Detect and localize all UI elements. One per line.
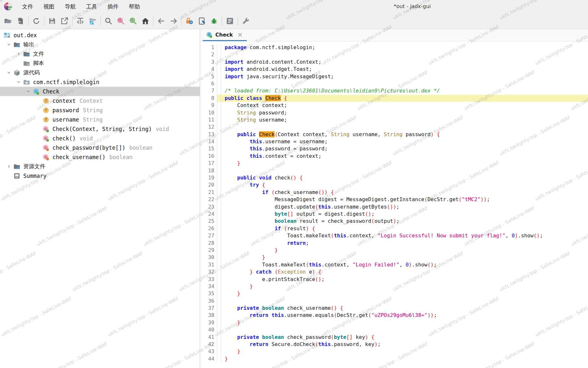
code-line-35[interactable]: 35 } [200,290,588,297]
code-line-23[interactable]: 23 digest.update(this.username.getBytes(… [200,203,588,211]
code-line-18[interactable]: 18 [200,167,588,174]
tree-item-check_password(byte[])[interactable]: mcheck_password(byte[])boolean [0,143,200,152]
log-viewer-button[interactable] [224,14,236,28]
tree-item-脚本[interactable]: 脚本 [0,59,200,68]
reload-button[interactable] [30,14,42,28]
code-line-26[interactable]: 26 if (result) { [200,225,588,232]
code-line-13[interactable]: 13 public Check(Context context, String … [200,131,588,138]
tree-item-com.nctf.simplelogin[interactable]: com.nctf.simplelogin [0,77,200,87]
code-line-7[interactable]: 7/* loaded from: C:\Users\23601\Document… [200,87,588,94]
menu-工具[interactable]: 工具 [81,0,102,13]
menu-导航[interactable]: 导航 [60,0,81,13]
preferences-button[interactable] [240,14,252,28]
code-line-39[interactable]: 39 } [200,319,588,326]
code-line-43[interactable]: 43 } [200,348,588,355]
code-line-21[interactable]: 21 if (check_username()) { [200,189,588,196]
chevron-right-icon[interactable] [14,51,23,56]
tab-check[interactable]: c Check [203,29,247,41]
tree-item-password[interactable]: fpasswordString [0,105,200,115]
field-icon: f [42,107,50,114]
line-number: 33 [200,276,217,283]
forward-button[interactable] [167,14,180,28]
tree-item-Summary[interactable]: Summary [0,171,200,180]
code-line-31[interactable]: 31 Toast.makeText(this.context, "Login F… [200,261,588,268]
text-search-button[interactable] [115,14,127,28]
back-button[interactable] [155,14,167,28]
chevron-right-icon[interactable] [5,164,13,169]
code-line-11[interactable]: 11 String username; [200,116,588,124]
code-line-38[interactable]: 38 return this.username.equals(DecStr.ge… [200,312,588,319]
line-number: 43 [200,348,217,355]
code-line-33[interactable]: 33 e.printStackTrace(); [200,276,588,283]
chevron-down-icon[interactable] [5,42,13,47]
code-line-20[interactable]: 20 try { [200,181,588,189]
code-line-15[interactable]: 15 this.password = password; [200,145,588,152]
tree-item-源代码[interactable]: 源代码 [0,68,200,77]
code-line-2[interactable]: 2 [200,51,588,58]
code-line-5[interactable]: 5import java.security.MessageDigest; [200,73,588,80]
tree-item-Check(Context, String, String)[interactable]: mCheck(Context, String, String)void [0,124,200,134]
code-line-41[interactable]: 41 private boolean check_password(byte[]… [200,334,588,341]
code-line-27[interactable]: 27 Toast.makeText(this.context, "Login S… [200,232,588,239]
code-line-34[interactable]: 34 } [200,283,588,290]
code-line-3[interactable]: 3import android.content.Context; [200,59,588,66]
code-line-10[interactable]: 10 String password; [200,109,588,116]
search-button[interactable] [102,14,115,28]
chevron-down-icon[interactable] [5,70,13,75]
code-line-1[interactable]: 1package com.nctf.simplelogin; [200,44,588,51]
tree-item-Check[interactable]: cCheck [0,87,200,96]
code-line-17[interactable]: 17 } [200,160,588,167]
menu-插件[interactable]: 插件 [102,0,124,13]
tree-item-context[interactable]: fcontextContext [0,96,200,105]
menu-帮助[interactable]: 帮助 [124,0,145,13]
fold-strip [217,305,221,312]
code-line-37[interactable]: 37 private boolean check_username() { [200,305,588,312]
chevron-down-icon[interactable] [14,80,23,84]
adb-debug-button[interactable] [196,14,208,28]
tree-item-输出[interactable]: 输出 [0,40,200,49]
line-number: 40 [200,326,217,333]
code-line-24[interactable]: 24 byte[] output = digest.digest(); [200,211,588,218]
chevron-down-icon[interactable] [24,89,32,94]
code-line-28[interactable]: 28 return; [200,240,588,247]
menu-文件[interactable]: 文件 [17,0,38,13]
code-line-9[interactable]: 9 Context context; [200,102,588,109]
tree-item-check_username()[interactable]: mcheck_username()boolean [0,152,200,162]
tree-item-文件[interactable]: 文件 [0,49,200,59]
tree-item-username[interactable]: fusernameString [0,115,200,124]
class-search-button[interactable] [127,14,139,28]
code-line-40[interactable]: 40 [200,326,588,333]
flat-packages-button[interactable] [86,14,99,28]
code-line-42[interactable]: 42 return Secure.doCheck(this.password, … [200,341,588,348]
tree-item-check()[interactable]: mcheck()void [0,134,200,143]
code-line-12[interactable]: 12 [200,124,588,131]
menu-视图[interactable]: 视图 [38,0,60,13]
summary-icon [13,172,21,179]
sync-editor-button[interactable] [74,14,86,28]
tree-type-suffix: void [156,126,169,132]
code-line-32[interactable]: 32 } catch (Exception e) { [200,268,588,276]
close-icon[interactable] [237,31,243,38]
code-line-8[interactable]: 8public class Check { [200,95,588,102]
code-line-22[interactable]: 22 MessageDigest digest = MessageDigest.… [200,196,588,203]
code-line-25[interactable]: 25 boolean result = check_password(outpu… [200,218,588,225]
open-file-button[interactable] [2,14,14,28]
deobfuscation-button[interactable] [183,14,196,28]
code-line-16[interactable]: 16 this.context = context; [200,153,588,160]
tree-item-资源文件[interactable]: 资源文件 [0,162,200,171]
add-files-button[interactable] [14,14,27,28]
code-line-36[interactable]: 36 [200,298,588,305]
tree-item-out.dex[interactable]: out.dex [0,30,200,40]
export-button[interactable] [58,14,71,28]
code-line-4[interactable]: 4import android.widget.Toast; [200,66,588,73]
code-line-14[interactable]: 14 this.username = username; [200,138,588,145]
debug-button[interactable] [208,14,220,28]
code-line-29[interactable]: 29 } [200,247,588,254]
debug-icon [210,17,218,25]
code-line-44[interactable]: 44} [200,355,588,363]
code-line-30[interactable]: 30 } [200,254,588,261]
code-line-19[interactable]: 19 public void check() { [200,174,588,181]
save-all-button[interactable] [46,14,58,28]
main-activity-button[interactable] [139,14,152,28]
code-line-6[interactable]: 6 [200,80,588,87]
